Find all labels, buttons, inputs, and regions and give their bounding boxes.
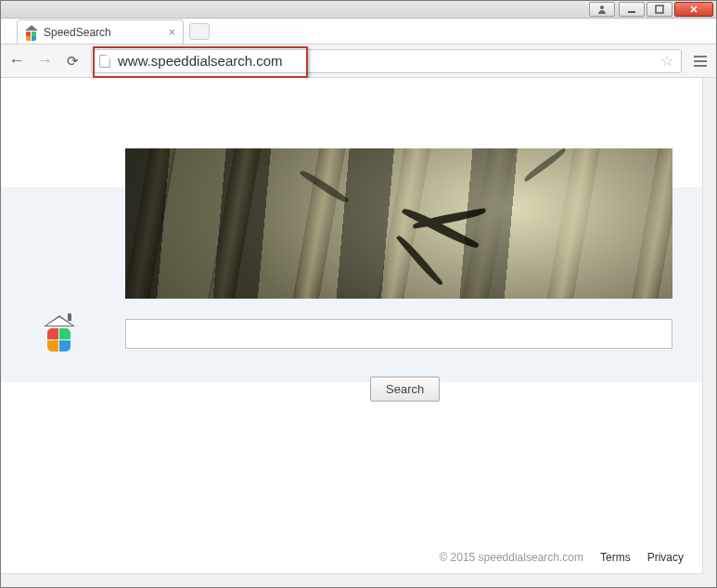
back-button[interactable]: ← bbox=[7, 51, 26, 70]
url-text: www.speeddialsearch.com bbox=[118, 53, 283, 69]
footer-terms-link[interactable]: Terms bbox=[600, 551, 631, 564]
hero-image-bamboo bbox=[125, 148, 672, 299]
tab-close-icon[interactable]: × bbox=[168, 26, 175, 38]
minimize-button[interactable] bbox=[619, 2, 645, 17]
svg-rect-2 bbox=[656, 6, 663, 13]
site-logo bbox=[44, 317, 75, 349]
browser-toolbar: ← → ⟳ www.speeddialsearch.com ☆ bbox=[0, 45, 717, 78]
forward-button[interactable]: → bbox=[35, 51, 54, 70]
window-close-button[interactable] bbox=[674, 2, 713, 17]
footer-privacy-link[interactable]: Privacy bbox=[647, 551, 684, 564]
tab-strip: SpeedSearch × bbox=[0, 19, 717, 45]
maximize-button[interactable] bbox=[647, 2, 672, 17]
tab-favicon bbox=[25, 26, 38, 39]
window-titlebar bbox=[0, 0, 717, 19]
footer-copyright: © 2015 speeddialsearch.com bbox=[439, 551, 583, 564]
page-icon bbox=[99, 55, 110, 68]
vertical-scrollbar[interactable] bbox=[702, 78, 716, 573]
svg-point-0 bbox=[600, 6, 604, 9]
horizontal-scrollbar[interactable] bbox=[1, 573, 716, 587]
scroll-corner bbox=[702, 573, 716, 587]
page-footer: © 2015 speeddialsearch.com Terms Privacy bbox=[439, 551, 684, 564]
svg-rect-1 bbox=[628, 11, 635, 13]
new-tab-button[interactable] bbox=[189, 23, 210, 40]
hamburger-menu-icon[interactable] bbox=[691, 56, 710, 67]
bookmark-star-icon[interactable]: ☆ bbox=[660, 52, 673, 70]
reload-button[interactable]: ⟳ bbox=[63, 53, 82, 70]
browser-tab[interactable]: SpeedSearch × bbox=[17, 19, 184, 44]
search-input[interactable] bbox=[125, 319, 672, 349]
search-button[interactable]: Search bbox=[370, 377, 440, 402]
address-bar[interactable]: www.speeddialsearch.com ☆ bbox=[91, 49, 682, 73]
user-button[interactable] bbox=[589, 2, 615, 17]
tab-title: SpeedSearch bbox=[44, 26, 111, 39]
page-viewport: Search © 2015 speeddialsearch.com Terms … bbox=[1, 78, 702, 573]
